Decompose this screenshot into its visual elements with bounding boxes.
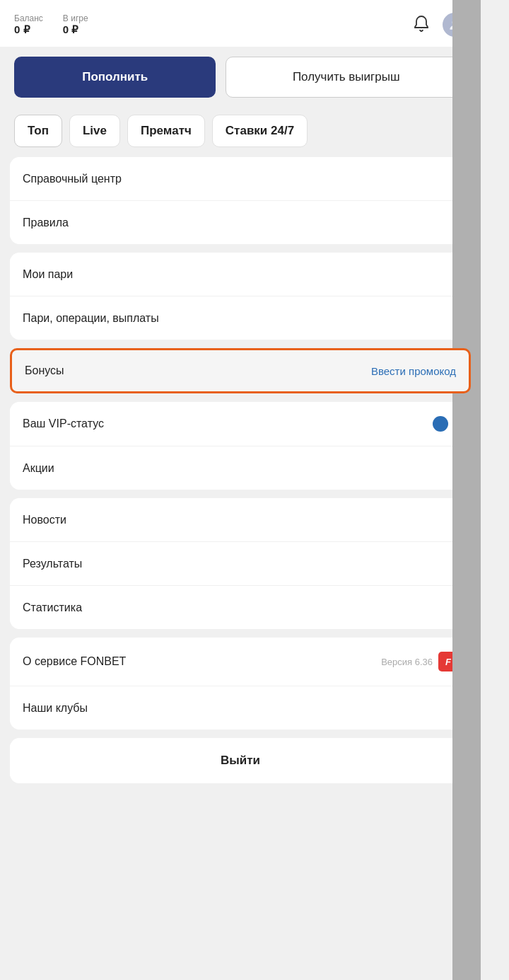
menu-item-help[interactable]: Справочный центр › xyxy=(10,157,471,201)
balance-section: Баланс 0 ₽ В игре 0 ₽ xyxy=(14,13,88,36)
vip-toggle[interactable] xyxy=(433,416,448,432)
withdraw-button[interactable]: Получить выигрыш xyxy=(226,57,467,98)
menu-item-my-bets[interactable]: Мои пари › xyxy=(10,253,471,296)
logout-button[interactable]: Выйти xyxy=(10,738,471,783)
tab-top[interactable]: Топ xyxy=(14,115,62,147)
deposit-button[interactable]: Пополнить xyxy=(14,57,216,98)
tab-bets247[interactable]: Ставки 24/7 xyxy=(212,115,308,147)
header: Баланс 0 ₽ В игре 0 ₽ xyxy=(0,0,481,47)
menu-section-1: Справочный центр › Правила › xyxy=(10,157,471,244)
menu-item-my-bets-label: Мои пари xyxy=(23,268,73,281)
in-game-label: В игре xyxy=(63,13,88,23)
tabs: Топ Live Прематч Ставки 24/7 xyxy=(0,108,481,157)
menu-item-vip[interactable]: Ваш VIP-статус › xyxy=(10,402,471,446)
balance-item: Баланс 0 ₽ xyxy=(14,13,43,36)
menu-item-about-label: О сервисе FONBET xyxy=(23,655,126,668)
menu-section-2: Мои пари › Пари, операции, выплаты › xyxy=(10,253,471,340)
logout-section: Выйти xyxy=(10,738,471,783)
menu-item-clubs-label: Наши клубы xyxy=(23,702,88,715)
menu-section-3: Ваш VIP-статус › Акции › xyxy=(10,402,471,490)
menu-section-4: Новости › Результаты › Статистика › xyxy=(10,498,471,629)
in-game-item: В игре 0 ₽ xyxy=(63,13,88,36)
menu-item-rules[interactable]: Правила › xyxy=(10,201,471,244)
balance-value: 0 ₽ xyxy=(14,23,43,36)
menu-item-results[interactable]: Результаты › xyxy=(10,542,471,586)
balance-label: Баланс xyxy=(14,13,43,23)
menu-item-operations[interactable]: Пари, операции, выплаты › xyxy=(10,296,471,340)
menu-item-news[interactable]: Новости › xyxy=(10,498,471,542)
menu-item-promotions-label: Акции xyxy=(23,462,54,475)
menu-item-news-label: Новости xyxy=(23,514,66,526)
menu-item-stats[interactable]: Статистика › xyxy=(10,586,471,629)
menu-item-stats-label: Статистика xyxy=(23,601,82,614)
menu-item-rules-label: Правила xyxy=(23,217,69,229)
action-buttons: Пополнить Получить выигрыш xyxy=(0,47,481,108)
menu-item-results-label: Результаты xyxy=(23,558,82,570)
menu-item-vip-label: Ваш VIP-статус xyxy=(23,417,104,430)
menu-item-help-label: Справочный центр xyxy=(23,173,122,185)
menu-item-operations-label: Пари, операции, выплаты xyxy=(23,312,159,325)
tab-prematch[interactable]: Прематч xyxy=(127,115,205,147)
menu-item-clubs[interactable]: Наши клубы › xyxy=(10,686,471,730)
promo-code-link[interactable]: Ввести промокод xyxy=(371,365,456,377)
menu-item-promotions[interactable]: Акции › xyxy=(10,446,471,490)
right-sidebar xyxy=(452,0,481,980)
menu-item-bonuses[interactable]: Бонусы Ввести промокод xyxy=(10,348,471,393)
in-game-value: 0 ₽ xyxy=(63,23,88,36)
bonuses-section: Бонусы Ввести промокод xyxy=(10,348,471,393)
menu-item-about[interactable]: О сервисе FONBET Версия 6.36 F xyxy=(10,638,471,686)
bonuses-label: Бонусы xyxy=(25,364,64,377)
bell-icon[interactable] xyxy=(411,14,433,35)
tab-live[interactable]: Live xyxy=(69,115,120,147)
menu-section-5: О сервисе FONBET Версия 6.36 F Наши клуб… xyxy=(10,638,471,730)
version-text: Версия 6.36 xyxy=(381,657,433,667)
